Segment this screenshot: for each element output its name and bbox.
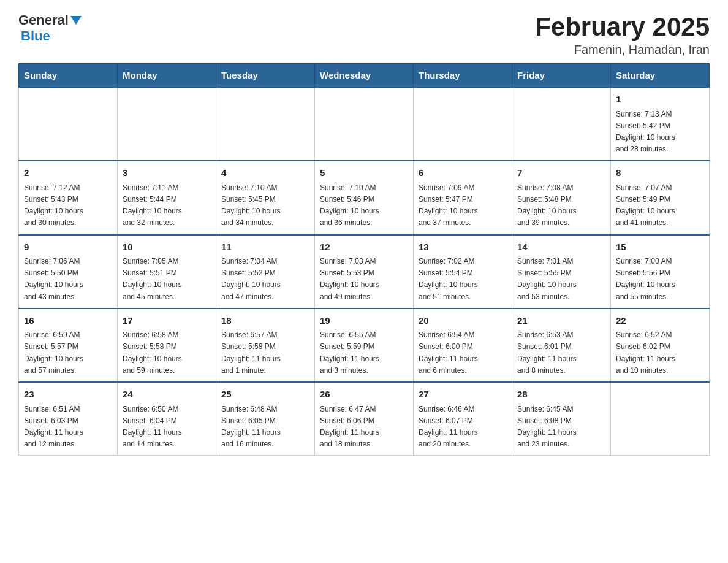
calendar-cell: 22Sunrise: 6:52 AM Sunset: 6:02 PM Dayli… (611, 308, 710, 382)
day-number: 10 (123, 240, 211, 255)
day-info: Sunrise: 6:55 AM Sunset: 5:59 PM Dayligh… (320, 329, 408, 377)
weekday-header-sunday: Sunday (19, 64, 118, 88)
calendar-cell (611, 382, 710, 456)
logo: General Blue (18, 12, 82, 44)
calendar-cell: 7Sunrise: 7:08 AM Sunset: 5:48 PM Daylig… (512, 161, 611, 234)
day-info: Sunrise: 7:00 AM Sunset: 5:56 PM Dayligh… (616, 256, 704, 303)
calendar-cell: 24Sunrise: 6:50 AM Sunset: 6:04 PM Dayli… (118, 382, 216, 456)
day-number: 17 (123, 314, 211, 328)
day-info: Sunrise: 7:11 AM Sunset: 5:44 PM Dayligh… (123, 182, 211, 229)
calendar-cell: 28Sunrise: 6:45 AM Sunset: 6:08 PM Dayli… (512, 382, 611, 456)
calendar-cell: 5Sunrise: 7:10 AM Sunset: 5:46 PM Daylig… (315, 161, 414, 234)
calendar-row-2: 9Sunrise: 7:06 AM Sunset: 5:50 PM Daylig… (19, 235, 710, 308)
day-number: 12 (320, 240, 408, 255)
weekday-header-wednesday: Wednesday (315, 64, 414, 88)
day-info: Sunrise: 7:13 AM Sunset: 5:42 PM Dayligh… (616, 109, 704, 156)
calendar-cell: 16Sunrise: 6:59 AM Sunset: 5:57 PM Dayli… (19, 308, 118, 382)
calendar-cell: 8Sunrise: 7:07 AM Sunset: 5:49 PM Daylig… (611, 161, 710, 234)
day-number: 11 (221, 240, 309, 255)
day-info: Sunrise: 6:57 AM Sunset: 5:58 PM Dayligh… (221, 329, 309, 377)
day-number: 3 (123, 166, 211, 180)
calendar-cell: 4Sunrise: 7:10 AM Sunset: 5:45 PM Daylig… (216, 161, 315, 234)
day-info: Sunrise: 7:09 AM Sunset: 5:47 PM Dayligh… (419, 182, 507, 229)
day-number: 14 (517, 240, 605, 255)
weekday-header-tuesday: Tuesday (216, 64, 315, 88)
calendar-cell: 15Sunrise: 7:00 AM Sunset: 5:56 PM Dayli… (611, 235, 710, 308)
day-info: Sunrise: 7:05 AM Sunset: 5:51 PM Dayligh… (123, 256, 211, 303)
day-number: 8 (616, 166, 704, 180)
day-info: Sunrise: 6:52 AM Sunset: 6:02 PM Dayligh… (616, 329, 704, 377)
day-info: Sunrise: 6:45 AM Sunset: 6:08 PM Dayligh… (517, 404, 605, 451)
day-info: Sunrise: 7:04 AM Sunset: 5:52 PM Dayligh… (221, 256, 309, 303)
weekday-header-thursday: Thursday (414, 64, 512, 88)
day-number: 18 (221, 314, 309, 328)
day-number: 27 (419, 388, 507, 402)
calendar-row-1: 2Sunrise: 7:12 AM Sunset: 5:43 PM Daylig… (19, 161, 710, 234)
calendar-cell: 9Sunrise: 7:06 AM Sunset: 5:50 PM Daylig… (19, 235, 118, 308)
calendar-cell: 14Sunrise: 7:01 AM Sunset: 5:55 PM Dayli… (512, 235, 611, 308)
calendar-cell: 1Sunrise: 7:13 AM Sunset: 5:42 PM Daylig… (611, 87, 710, 161)
day-number: 26 (320, 388, 408, 402)
day-number: 1 (616, 93, 704, 107)
day-number: 21 (517, 314, 605, 328)
calendar-cell: 17Sunrise: 6:58 AM Sunset: 5:58 PM Dayli… (118, 308, 216, 382)
day-number: 20 (419, 314, 507, 328)
day-number: 28 (517, 388, 605, 402)
calendar-cell: 3Sunrise: 7:11 AM Sunset: 5:44 PM Daylig… (118, 161, 216, 234)
logo-arrow-icon (70, 16, 82, 27)
day-info: Sunrise: 7:10 AM Sunset: 5:45 PM Dayligh… (221, 182, 309, 229)
calendar-cell: 6Sunrise: 7:09 AM Sunset: 5:47 PM Daylig… (414, 161, 512, 234)
day-info: Sunrise: 7:02 AM Sunset: 5:54 PM Dayligh… (419, 256, 507, 303)
day-info: Sunrise: 7:12 AM Sunset: 5:43 PM Dayligh… (24, 182, 112, 229)
calendar-cell: 11Sunrise: 7:04 AM Sunset: 5:52 PM Dayli… (216, 235, 315, 308)
day-number: 19 (320, 314, 408, 328)
calendar-cell: 13Sunrise: 7:02 AM Sunset: 5:54 PM Dayli… (414, 235, 512, 308)
calendar-cell (414, 87, 512, 161)
calendar-table: SundayMondayTuesdayWednesdayThursdayFrid… (18, 63, 710, 456)
calendar-cell: 19Sunrise: 6:55 AM Sunset: 5:59 PM Dayli… (315, 308, 414, 382)
day-info: Sunrise: 7:08 AM Sunset: 5:48 PM Dayligh… (517, 182, 605, 229)
title-block: February 2025 Famenin, Hamadan, Iran (535, 12, 710, 57)
day-info: Sunrise: 7:01 AM Sunset: 5:55 PM Dayligh… (517, 256, 605, 303)
day-info: Sunrise: 6:54 AM Sunset: 6:00 PM Dayligh… (419, 329, 507, 377)
day-info: Sunrise: 6:59 AM Sunset: 5:57 PM Dayligh… (24, 329, 112, 377)
logo-blue-text: Blue (21, 28, 50, 44)
day-number: 4 (221, 166, 309, 180)
svg-marker-0 (70, 16, 82, 25)
day-number: 6 (419, 166, 507, 180)
calendar-cell (315, 87, 414, 161)
weekday-header-monday: Monday (118, 64, 216, 88)
day-info: Sunrise: 6:50 AM Sunset: 6:04 PM Dayligh… (123, 404, 211, 451)
weekday-header-saturday: Saturday (611, 64, 710, 88)
day-number: 5 (320, 166, 408, 180)
day-number: 16 (24, 314, 112, 328)
day-info: Sunrise: 6:46 AM Sunset: 6:07 PM Dayligh… (419, 404, 507, 451)
calendar-cell: 12Sunrise: 7:03 AM Sunset: 5:53 PM Dayli… (315, 235, 414, 308)
calendar-cell: 18Sunrise: 6:57 AM Sunset: 5:58 PM Dayli… (216, 308, 315, 382)
page-title: February 2025 (535, 12, 710, 42)
calendar-cell (19, 87, 118, 161)
calendar-row-4: 23Sunrise: 6:51 AM Sunset: 6:03 PM Dayli… (19, 382, 710, 456)
calendar-cell: 21Sunrise: 6:53 AM Sunset: 6:01 PM Dayli… (512, 308, 611, 382)
day-number: 13 (419, 240, 507, 255)
calendar-cell: 25Sunrise: 6:48 AM Sunset: 6:05 PM Dayli… (216, 382, 315, 456)
calendar-cell (512, 87, 611, 161)
day-number: 9 (24, 240, 112, 255)
day-info: Sunrise: 7:03 AM Sunset: 5:53 PM Dayligh… (320, 256, 408, 303)
calendar-cell: 20Sunrise: 6:54 AM Sunset: 6:00 PM Dayli… (414, 308, 512, 382)
logo-general-text: General (18, 12, 69, 28)
weekday-header-friday: Friday (512, 64, 611, 88)
day-number: 23 (24, 388, 112, 402)
day-number: 2 (24, 166, 112, 180)
day-number: 24 (123, 388, 211, 402)
day-info: Sunrise: 6:58 AM Sunset: 5:58 PM Dayligh… (123, 329, 211, 377)
day-number: 25 (221, 388, 309, 402)
weekday-header-row: SundayMondayTuesdayWednesdayThursdayFrid… (19, 64, 710, 88)
page-subtitle: Famenin, Hamadan, Iran (535, 43, 710, 57)
day-info: Sunrise: 6:48 AM Sunset: 6:05 PM Dayligh… (221, 404, 309, 451)
day-info: Sunrise: 6:51 AM Sunset: 6:03 PM Dayligh… (24, 404, 112, 451)
calendar-row-0: 1Sunrise: 7:13 AM Sunset: 5:42 PM Daylig… (19, 87, 710, 161)
calendar-cell (216, 87, 315, 161)
day-number: 15 (616, 240, 704, 255)
day-number: 22 (616, 314, 704, 328)
